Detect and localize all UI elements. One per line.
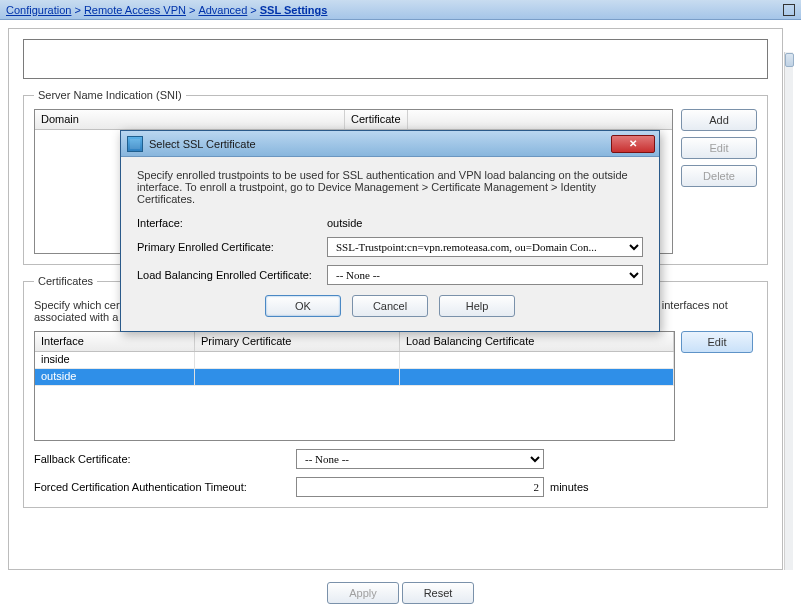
- dialog-lb-label: Load Balancing Enrolled Certificate:: [137, 269, 327, 281]
- cell-primary: [195, 352, 400, 368]
- table-row[interactable]: outside: [35, 369, 674, 386]
- dialog-body: Specify enrolled trustpoints to be used …: [121, 157, 659, 331]
- ok-button[interactable]: OK: [265, 295, 341, 317]
- certificates-legend: Certificates: [34, 275, 97, 287]
- breadcrumb: Configuration>Remote Access VPN>Advanced…: [6, 4, 327, 16]
- dialog-interface-label: Interface:: [137, 217, 327, 229]
- cell-interface: inside: [35, 352, 195, 368]
- help-button[interactable]: Help: [439, 295, 515, 317]
- apply-button[interactable]: Apply: [327, 582, 399, 604]
- cell-primary: [195, 369, 400, 385]
- sni-edit-button[interactable]: Edit: [681, 137, 757, 159]
- cell-lb: [400, 369, 674, 385]
- reset-button[interactable]: Reset: [402, 582, 474, 604]
- forced-timeout-suffix: minutes: [550, 481, 589, 493]
- certificates-header: Interface Primary Certificate Load Balan…: [35, 332, 674, 352]
- footer-buttons: Apply Reset: [0, 582, 801, 604]
- cert-col-loadbalancing[interactable]: Load Balancing Certificate: [400, 332, 674, 351]
- cancel-button[interactable]: Cancel: [352, 295, 428, 317]
- fallback-select[interactable]: -- None --: [296, 449, 544, 469]
- cert-col-primary[interactable]: Primary Certificate: [195, 332, 400, 351]
- close-icon[interactable]: ✕: [611, 135, 655, 153]
- maximize-icon[interactable]: [783, 4, 795, 16]
- certificates-table[interactable]: Interface Primary Certificate Load Balan…: [34, 331, 675, 441]
- dialog-primary-select[interactable]: SSL-Trustpoint:cn=vpn.remoteasa.com, ou=…: [327, 237, 643, 257]
- dialog-lb-select[interactable]: -- None --: [327, 265, 643, 285]
- vertical-scrollbar[interactable]: [784, 52, 793, 570]
- sni-delete-button[interactable]: Delete: [681, 165, 757, 187]
- breadcrumb-remote-access-vpn[interactable]: Remote Access VPN: [84, 4, 186, 16]
- cell-lb: [400, 352, 674, 368]
- sni-col-certificate[interactable]: Certificate: [345, 110, 408, 129]
- table-row[interactable]: inside: [35, 352, 674, 369]
- dialog-titlebar[interactable]: Select SSL Certificate ✕: [121, 131, 659, 157]
- top-textarea[interactable]: [23, 39, 768, 79]
- select-ssl-certificate-dialog: Select SSL Certificate ✕ Specify enrolle…: [120, 130, 660, 332]
- sni-table-header: Domain Certificate: [35, 110, 672, 130]
- certificates-edit-button[interactable]: Edit: [681, 331, 753, 353]
- scrollbar-thumb[interactable]: [785, 53, 794, 67]
- cert-col-interface[interactable]: Interface: [35, 332, 195, 351]
- dialog-interface-value: outside: [327, 217, 643, 229]
- breadcrumb-advanced[interactable]: Advanced: [198, 4, 247, 16]
- breadcrumb-ssl-settings[interactable]: SSL Settings: [260, 4, 328, 16]
- breadcrumb-bar: Configuration>Remote Access VPN>Advanced…: [0, 0, 801, 20]
- sni-legend: Server Name Indication (SNI): [34, 89, 186, 101]
- fallback-label: Fallback Certificate:: [34, 453, 290, 465]
- dialog-primary-label: Primary Enrolled Certificate:: [137, 241, 327, 253]
- breadcrumb-configuration[interactable]: Configuration: [6, 4, 71, 16]
- dialog-app-icon: [127, 136, 143, 152]
- dialog-description: Specify enrolled trustpoints to be used …: [137, 169, 643, 205]
- dialog-title-text: Select SSL Certificate: [149, 138, 256, 150]
- cell-interface: outside: [35, 369, 195, 385]
- forced-timeout-label: Forced Certification Authentication Time…: [34, 481, 290, 493]
- sni-add-button[interactable]: Add: [681, 109, 757, 131]
- sni-col-domain[interactable]: Domain: [35, 110, 345, 129]
- forced-timeout-input[interactable]: [296, 477, 544, 497]
